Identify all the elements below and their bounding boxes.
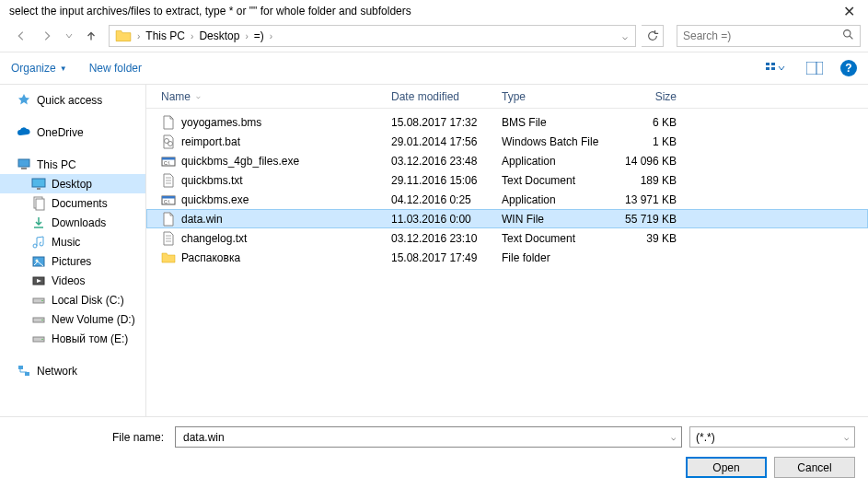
file-type: Application (492, 155, 612, 168)
svg-point-20 (41, 319, 43, 320)
svg-rect-24 (25, 372, 29, 376)
column-date-header[interactable]: Date modified (382, 90, 492, 103)
search-icon (842, 29, 854, 43)
sort-indicator-icon: ⌵ (196, 92, 201, 100)
column-name-header[interactable]: Name⌵ (146, 90, 382, 103)
tree-this-pc[interactable]: This PC (0, 155, 145, 174)
file-row[interactable]: C:\quickbms_4gb_files.exe03.12.2016 23:4… (146, 151, 868, 170)
tree-documents[interactable]: Documents (0, 193, 145, 213)
file-row[interactable]: C:\quickbms.exe04.12.2016 0:25Applicatio… (146, 190, 868, 209)
svg-rect-4 (766, 67, 770, 70)
file-icon (161, 212, 176, 227)
file-icon (161, 115, 176, 130)
tree-label: Network (37, 365, 77, 378)
close-button[interactable]: ✕ (838, 3, 861, 20)
tree-network[interactable]: Network (0, 361, 145, 380)
file-list[interactable]: yoyogames.bms15.08.2017 17:32BMS File6 K… (146, 109, 868, 416)
tree-novyy-tom-e[interactable]: Новый том (E:) (0, 329, 145, 348)
svg-point-22 (41, 338, 43, 340)
file-icon (161, 134, 176, 149)
column-size-header[interactable]: Size (612, 90, 686, 103)
tree-videos[interactable]: Videos (0, 271, 145, 290)
breadcrumb-desktop[interactable]: Desktop (195, 26, 243, 46)
computer-icon (17, 157, 31, 172)
tree-quick-access[interactable]: Quick access (0, 90, 145, 110)
file-row[interactable]: Распаковка15.08.2017 17:49File folder (146, 248, 868, 267)
file-icon (161, 231, 176, 246)
svg-text:C:\: C:\ (164, 199, 170, 204)
nav-back-button[interactable] (13, 28, 29, 44)
file-row[interactable]: quickbms.txt29.11.2016 15:06Text Documen… (146, 170, 868, 190)
file-icon (161, 173, 176, 188)
file-type: Text Document (492, 174, 612, 187)
tree-label: Videos (52, 274, 85, 287)
filter-value: (*.*) (696, 431, 715, 444)
file-size: 1 KB (612, 135, 686, 148)
drive-icon (31, 312, 46, 327)
file-row[interactable]: data.win11.03.2016 0:00WIN File55 719 KB (146, 209, 868, 228)
file-row[interactable]: yoyogames.bms15.08.2017 17:32BMS File6 K… (146, 112, 868, 132)
nav-forward-button[interactable] (39, 28, 55, 44)
chevron-right-icon[interactable]: › (243, 31, 249, 41)
filename-label: File name: (13, 431, 168, 444)
tree-downloads[interactable]: Downloads (0, 213, 145, 232)
tree-pictures[interactable]: Pictures (0, 251, 145, 271)
tree-new-volume-d[interactable]: New Volume (D:) (0, 309, 145, 329)
svg-point-0 (844, 30, 851, 37)
refresh-button[interactable] (642, 25, 664, 47)
chevron-right-icon[interactable]: › (135, 31, 142, 41)
svg-rect-3 (771, 63, 775, 65)
search-input[interactable]: Search =) (677, 25, 861, 47)
file-type: Windows Batch File (492, 135, 612, 148)
navigation-tree[interactable]: Quick access OneDrive This PC Desktop Do… (0, 85, 145, 416)
address-dropdown[interactable]: ⌵ (617, 31, 633, 41)
svg-rect-10 (32, 179, 45, 187)
file-name: changelog.txt (181, 232, 247, 245)
file-row[interactable]: changelog.txt03.12.2016 23:10Text Docume… (146, 228, 868, 248)
tree-onedrive[interactable]: OneDrive (0, 122, 145, 142)
cancel-button[interactable]: Cancel (774, 457, 855, 478)
svg-rect-2 (766, 63, 770, 65)
file-size: 6 KB (612, 116, 686, 129)
tree-label: This PC (37, 158, 76, 171)
nav-recent-dropdown[interactable] (64, 28, 74, 44)
tree-local-disk-c[interactable]: Local Disk (C:) (0, 290, 145, 309)
svg-rect-6 (806, 62, 823, 75)
folder-icon (115, 28, 132, 44)
chevron-right-icon[interactable]: › (268, 31, 274, 41)
organize-menu[interactable]: Organize▼ (11, 62, 67, 75)
column-type-header[interactable]: Type (492, 90, 612, 103)
address-bar[interactable]: › This PC › Desktop › =) › ⌵ (109, 25, 636, 47)
search-placeholder: Search =) (683, 29, 842, 42)
file-date: 29.11.2016 15:06 (382, 174, 492, 187)
file-icon (161, 250, 176, 265)
new-folder-button[interactable]: New folder (89, 62, 142, 75)
svg-rect-5 (771, 67, 775, 70)
svg-rect-8 (18, 159, 29, 167)
dialog-title: select the input archives/files to extra… (9, 5, 411, 17)
filename-input[interactable] (181, 430, 671, 445)
tree-desktop[interactable]: Desktop (0, 174, 145, 193)
tree-label: Music (52, 236, 80, 249)
tree-label: Desktop (52, 178, 92, 191)
file-filter-dropdown[interactable]: (*.*) ⌵ (689, 426, 855, 448)
preview-pane-button[interactable] (802, 58, 827, 78)
organize-label: Organize (11, 62, 56, 75)
star-icon (17, 93, 31, 108)
svg-rect-13 (36, 199, 44, 210)
open-button[interactable]: Open (686, 457, 767, 478)
view-mode-button[interactable] (763, 58, 789, 78)
breadcrumb-current-folder[interactable]: =) (250, 26, 268, 46)
file-row[interactable]: reimport.bat29.01.2014 17:56Windows Batc… (146, 132, 868, 151)
tree-music[interactable]: Music (0, 232, 145, 251)
drive-icon (31, 293, 46, 308)
chevron-down-icon: ⌵ (844, 433, 849, 442)
nav-up-button[interactable] (83, 28, 99, 44)
file-type: BMS File (492, 116, 612, 129)
file-size: 55 719 KB (612, 213, 686, 226)
breadcrumb-this-pc[interactable]: This PC (142, 26, 189, 46)
help-button[interactable]: ? (840, 60, 857, 76)
chevron-right-icon[interactable]: › (189, 31, 195, 41)
cloud-icon (17, 125, 31, 140)
filename-history-dropdown[interactable]: ⌵ (671, 433, 676, 442)
